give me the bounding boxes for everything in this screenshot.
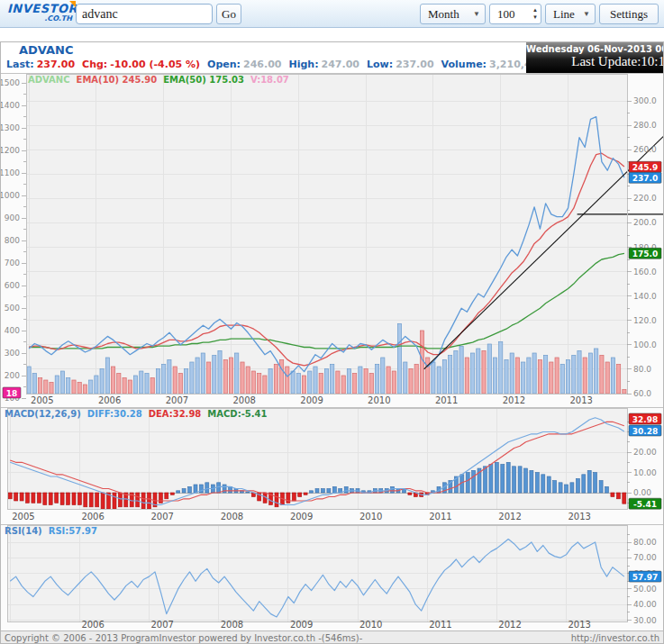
last-update-label: Last Update:10:1 [526,54,664,69]
chart-type-value: Line [553,7,575,21]
svg-text:1200: 1200 [1,146,20,155]
logo-line1: INVESTOR [7,3,72,14]
svg-text:1500: 1500 [1,78,20,87]
datetime-box: Wednesday 06-Nov-2013 00:00 Last Update:… [526,42,663,73]
stat-label: Open: [207,59,241,70]
svg-text:2006: 2006 [98,395,121,405]
svg-text:2012: 2012 [498,620,521,630]
svg-text:200.0: 200.0 [633,218,657,227]
svg-text:2013: 2013 [568,620,591,630]
svg-text:600: 600 [5,281,20,290]
svg-text:1000: 1000 [1,191,20,200]
svg-text:2009: 2009 [300,395,323,405]
chevron-down-icon: ▼ [583,5,590,23]
rsi-chart-svg: 30.0040.0050.0060.0070.0080.002006200720… [1,525,663,630]
price-chart-legend: ADVANCEMA(10) 245.90EMA(50) 175.03V:18.0… [28,75,296,85]
svg-text:1300: 1300 [1,123,20,132]
svg-text:245.9: 245.9 [632,163,658,172]
legend-item: RSI(14) [5,526,42,536]
svg-text:2008: 2008 [221,620,243,630]
svg-text:140.0: 140.0 [633,292,657,301]
svg-text:2012: 2012 [503,395,525,405]
svg-text:30.00: 30.00 [633,616,657,625]
svg-text:300.0: 300.0 [633,96,657,105]
legend-item: ADVANC [28,75,70,85]
legend-item: RSI:57.97 [49,526,97,536]
svg-text:2007: 2007 [166,395,188,405]
svg-text:-5.41: -5.41 [633,500,657,509]
svg-text:0.00: 0.00 [633,488,651,497]
price-chart-panel[interactable]: 60.080.0100.0120.0140.0160.0180.0200.022… [1,73,663,407]
svg-text:2010: 2010 [368,395,390,405]
svg-text:2013: 2013 [568,512,591,522]
chart-type-select[interactable]: Line ▼ [545,4,596,24]
legend-item: EMA(10) 245.90 [77,75,158,85]
period-select-value: Month [428,7,459,21]
investor-logo[interactable]: INVESTOR .CO.TH [7,3,72,23]
legend-item: MACD(12,26,9) [5,409,81,419]
macd-panel[interactable]: 0.0010.0020.0020052006200720082009201020… [1,407,663,524]
toolbar: INVESTOR .CO.TH Go Month ▼ 100 ▲▼ Line ▼… [0,0,664,28]
svg-text:2011: 2011 [435,395,458,405]
svg-text:120.0: 120.0 [633,316,657,325]
svg-text:700: 700 [5,259,20,268]
search-input[interactable] [76,4,213,24]
svg-text:280.0: 280.0 [633,121,657,130]
svg-text:80.0: 80.0 [633,365,651,374]
legend-item: V:18.07 [250,75,289,85]
svg-text:220.0: 220.0 [633,194,657,203]
svg-text:40.00: 40.00 [633,600,657,609]
bars-count-input[interactable]: 100 ▲▼ [489,4,541,24]
bars-count-value: 100 [497,7,515,21]
go-button[interactable]: Go [216,4,241,24]
chart-footer: Copyright © 2006 - 2013 ProgramInvestor … [1,630,663,644]
svg-text:175.0: 175.0 [632,249,658,259]
period-select[interactable]: Month ▼ [420,4,486,24]
svg-text:57.97: 57.97 [632,573,658,582]
datetime-label: Wednesday 06-Nov-2013 00:00 [526,42,663,54]
logo-line2: .CO.TH [7,15,72,23]
svg-text:18: 18 [6,389,18,398]
svg-text:2009: 2009 [290,512,313,522]
stat-value: 237.00 [396,59,433,70]
rsi-legend: RSI(14)RSI:57.97 [5,526,104,536]
chart-widget: ADVANC Last:237.00Chg:-10.00 (-4.05 %)Op… [0,41,664,644]
chart-header: ADVANC Last:237.00Chg:-10.00 (-4.05 %)Op… [1,42,663,73]
svg-text:20.00: 20.00 [633,448,657,457]
svg-text:2007: 2007 [151,512,174,522]
legend-item: MACD:-5.41 [207,409,267,419]
symbol-title: ADVANC [19,43,74,57]
settings-button[interactable]: Settings [599,4,659,24]
svg-text:400: 400 [5,326,20,335]
logo-triangle-icon [69,1,76,7]
svg-text:800: 800 [5,236,20,245]
svg-text:2005: 2005 [12,512,34,522]
svg-text:50.00: 50.00 [633,585,657,594]
svg-text:60.0: 60.0 [633,389,651,398]
macd-legend: MACD(12,26,9)DIFF:30.28DEA:32.98MACD:-5.… [5,409,273,419]
stat-value: 246.00 [243,59,281,70]
stat-value: 247.00 [322,59,359,70]
stat-value: 237.00 [37,59,75,70]
svg-text:1400: 1400 [1,101,20,110]
svg-text:2010: 2010 [359,512,382,522]
chevron-down-icon: ▼ [473,5,480,23]
svg-text:237.0: 237.0 [632,174,658,183]
stat-value: -10.00 (-4.05 %) [110,59,200,70]
svg-text:100.0: 100.0 [633,340,657,349]
svg-text:2008: 2008 [221,512,243,522]
svg-text:2006: 2006 [81,512,104,522]
rsi-panel[interactable]: 30.0040.0050.0060.0070.0080.002006200720… [1,524,663,630]
svg-text:2007: 2007 [151,620,174,630]
svg-text:10.00: 10.00 [633,468,657,477]
footer-url[interactable]: http://investor.co.th [571,633,659,643]
macd-chart-svg: 0.0010.0020.0020052006200720082009201020… [1,408,663,524]
stat-label: Volume: [441,59,487,70]
svg-text:900: 900 [5,213,20,222]
svg-text:260.0: 260.0 [633,145,657,154]
svg-text:500: 500 [5,304,20,313]
count-spinner[interactable]: ▲▼ [532,6,538,21]
stat-label: Last: [6,59,34,70]
stat-label: Chg: [82,59,107,70]
svg-text:300: 300 [5,349,20,358]
